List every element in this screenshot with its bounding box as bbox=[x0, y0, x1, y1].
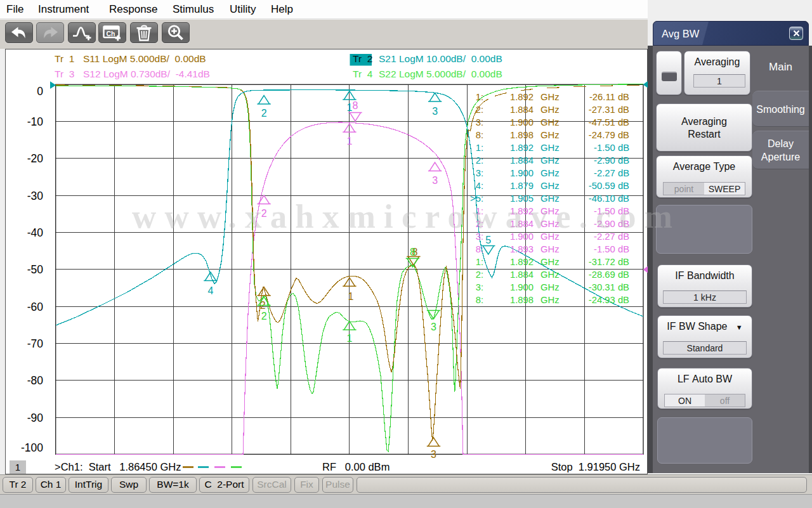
svg-text:-40: -40 bbox=[27, 226, 44, 239]
svg-text:GHz: GHz bbox=[540, 295, 560, 305]
svg-text:>Ch1: Start 1.86450 GHz: >Ch1: Start 1.86450 GHz bbox=[55, 461, 181, 472]
svg-text:GHz: GHz bbox=[540, 282, 560, 292]
svg-text:-60: -60 bbox=[27, 301, 44, 313]
svg-text:3:: 3: bbox=[476, 168, 483, 178]
svg-text:-30: -30 bbox=[27, 190, 44, 202]
svg-text:Tr 4: Tr 4 bbox=[353, 68, 373, 79]
svg-text:1.884: 1.884 bbox=[510, 155, 534, 166]
svg-text:1:: 1: bbox=[476, 143, 483, 153]
svg-text:1.879: 1.879 bbox=[510, 181, 534, 191]
svg-text:1: 1 bbox=[346, 136, 352, 147]
svg-text:1.898: 1.898 bbox=[510, 130, 534, 140]
svg-text:1:: 1: bbox=[476, 257, 483, 267]
svg-text:1:: 1: bbox=[476, 92, 483, 102]
svg-text:GHz: GHz bbox=[540, 92, 560, 102]
svg-text:2:: 2: bbox=[476, 270, 483, 280]
svg-text:1: 1 bbox=[348, 291, 353, 302]
svg-text:2: 2 bbox=[261, 108, 267, 119]
svg-text:GHz: GHz bbox=[540, 257, 560, 267]
svg-text:-10: -10 bbox=[27, 115, 44, 128]
svg-text:-50: -50 bbox=[27, 263, 44, 276]
svg-text:-1.50 dB: -1.50 dB bbox=[594, 244, 629, 254]
svg-text:-50.59 dB: -50.59 dB bbox=[589, 181, 629, 191]
svg-text:1.884: 1.884 bbox=[510, 270, 534, 280]
svg-text:2:: 2: bbox=[476, 105, 483, 115]
svg-text:S21 LogM 10.00dB/ 0.00dB: S21 LogM 10.00dB/ 0.00dB bbox=[379, 53, 502, 64]
svg-text:8:: 8: bbox=[476, 130, 483, 140]
svg-text:8: 8 bbox=[410, 247, 416, 257]
svg-text:1.893: 1.893 bbox=[510, 244, 534, 254]
svg-text:8:: 8: bbox=[476, 244, 483, 254]
svg-text:GHz: GHz bbox=[540, 143, 560, 153]
svg-text:0: 0 bbox=[37, 85, 43, 98]
svg-text:1.900: 1.900 bbox=[510, 117, 534, 127]
svg-text:-47.51 dB: -47.51 dB bbox=[589, 117, 629, 127]
svg-text:8:: 8: bbox=[476, 295, 483, 305]
svg-text:GHz: GHz bbox=[540, 181, 560, 191]
svg-text:GHz: GHz bbox=[540, 130, 560, 140]
svg-text:S22 LogM 5.000dB/ 0.00dB: S22 LogM 5.000dB/ 0.00dB bbox=[379, 68, 502, 79]
svg-text:4: 4 bbox=[207, 285, 213, 296]
svg-text:GHz: GHz bbox=[540, 270, 560, 280]
svg-text:1.884: 1.884 bbox=[510, 105, 534, 115]
svg-text:-26.11 dB: -26.11 dB bbox=[589, 92, 629, 102]
svg-text:1.900: 1.900 bbox=[510, 282, 534, 292]
svg-text:-2.90 dB: -2.90 dB bbox=[594, 155, 629, 166]
svg-text:-90: -90 bbox=[27, 412, 44, 424]
svg-text:-70: -70 bbox=[27, 337, 44, 350]
svg-text:5: 5 bbox=[485, 235, 491, 245]
svg-text:GHz: GHz bbox=[540, 105, 560, 115]
svg-text:-80: -80 bbox=[27, 374, 44, 387]
svg-text:-27.31 dB: -27.31 dB bbox=[589, 105, 629, 115]
svg-text:-1.50 dB: -1.50 dB bbox=[594, 143, 629, 153]
svg-text:S12 LogM 0.730dB/ -4.41dB: S12 LogM 0.730dB/ -4.41dB bbox=[83, 68, 210, 79]
svg-text:3:: 3: bbox=[476, 282, 483, 292]
svg-text:-30.31 dB: -30.31 dB bbox=[589, 282, 629, 292]
svg-text:GHz: GHz bbox=[540, 155, 560, 166]
svg-text:GHz: GHz bbox=[540, 244, 560, 254]
svg-text:1.892: 1.892 bbox=[510, 92, 534, 102]
svg-text:Tr 3: Tr 3 bbox=[55, 68, 74, 79]
svg-text:-31.72 dB: -31.72 dB bbox=[589, 257, 629, 267]
svg-text:1.898: 1.898 bbox=[510, 295, 534, 305]
svg-text:2: 2 bbox=[261, 311, 267, 322]
svg-text:Tr 2: Tr 2 bbox=[353, 53, 372, 64]
svg-text:Tr 1: Tr 1 bbox=[55, 53, 74, 64]
svg-text:Stop 1.91950 GHz: Stop 1.91950 GHz bbox=[551, 461, 640, 472]
svg-text:-24.79 dB: -24.79 dB bbox=[589, 130, 629, 140]
svg-text:GHz: GHz bbox=[540, 117, 560, 127]
svg-text:-24.93 dB: -24.93 dB bbox=[589, 295, 629, 305]
svg-text:-100: -100 bbox=[21, 441, 43, 454]
svg-text:8: 8 bbox=[353, 100, 358, 111]
svg-text:3: 3 bbox=[432, 175, 438, 186]
svg-text:4:: 4: bbox=[476, 181, 483, 191]
svg-text:GHz: GHz bbox=[540, 168, 560, 178]
svg-text:3: 3 bbox=[432, 106, 438, 117]
svg-text:RF 0.00 dBm: RF 0.00 dBm bbox=[322, 461, 390, 472]
svg-text:Ch: Ch bbox=[107, 29, 115, 37]
svg-text:3: 3 bbox=[431, 449, 436, 460]
svg-text:-2.27 dB: -2.27 dB bbox=[594, 168, 629, 178]
svg-text:1.892: 1.892 bbox=[510, 257, 534, 267]
svg-text:3: 3 bbox=[431, 322, 436, 332]
svg-text:1.892: 1.892 bbox=[510, 143, 534, 153]
svg-text:1: 1 bbox=[15, 462, 20, 472]
svg-text:-20: -20 bbox=[27, 152, 44, 165]
svg-text:2:: 2: bbox=[476, 155, 483, 166]
svg-text:1: 1 bbox=[346, 102, 352, 113]
svg-text:1: 1 bbox=[346, 333, 352, 344]
svg-text:-28.69 dB: -28.69 dB bbox=[589, 270, 629, 280]
svg-text:1.900: 1.900 bbox=[510, 168, 534, 178]
svg-text:S11 LogM 5.000dB/ 0.00dB: S11 LogM 5.000dB/ 0.00dB bbox=[83, 53, 206, 64]
svg-text:3:: 3: bbox=[476, 117, 483, 127]
